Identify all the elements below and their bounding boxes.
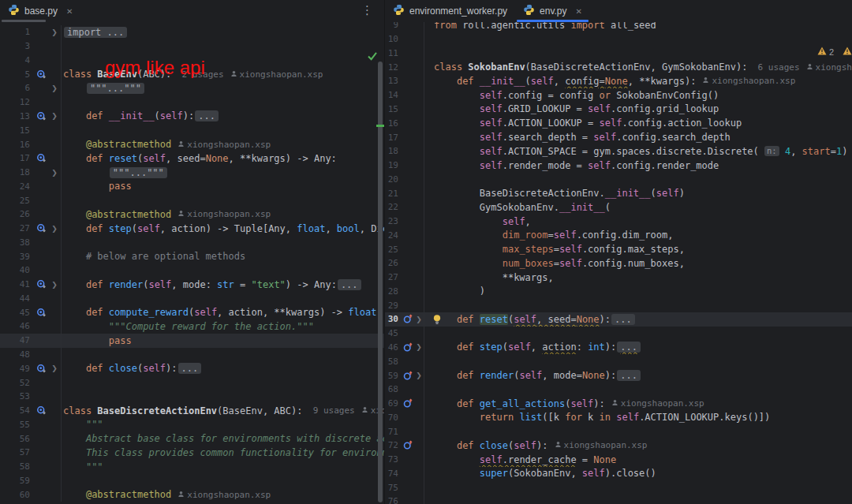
code-line-68[interactable]: 68 bbox=[385, 383, 852, 397]
kebab-menu-icon[interactable]: ⋮ bbox=[361, 3, 373, 17]
close-icon[interactable]: ✕ bbox=[576, 7, 582, 16]
code-line-38[interactable]: 38 bbox=[0, 235, 384, 249]
fold-chevron-icon[interactable]: ❯ bbox=[48, 112, 61, 120]
code-line-60[interactable]: 60 @abstractmethodxiongshaopan.xsp bbox=[0, 487, 384, 502]
fold-chevron-icon[interactable]: ❯ bbox=[48, 364, 61, 372]
code-line-12[interactable]: 12class SokobanEnv(BaseDiscreteActionEnv… bbox=[385, 60, 852, 74]
code-line-58[interactable]: 58 """ bbox=[0, 460, 384, 474]
code-line-24[interactable]: 24 dim_room=self.config.dim_room, bbox=[385, 228, 852, 242]
overrides-marker-icon[interactable] bbox=[402, 371, 414, 381]
close-icon[interactable]: ✕ bbox=[66, 7, 73, 16]
fold-chevron-icon[interactable]: ❯ bbox=[48, 28, 61, 36]
code-line-72[interactable]: 72 def close(self):xiongshaopan.xsp bbox=[385, 439, 852, 453]
code-line-45[interactable]: 45 def compute_reward(self, action, **kw… bbox=[0, 305, 384, 319]
implemented-marker-icon[interactable] bbox=[34, 153, 48, 163]
code-line-27[interactable]: 27❯ def step(self, action) -> Tuple[Any,… bbox=[0, 222, 384, 236]
code-line-71[interactable]: 71 bbox=[385, 424, 852, 439]
tab-env-py[interactable]: env.py ✕ bbox=[515, 0, 590, 22]
intention-bulb-icon[interactable] bbox=[432, 314, 442, 327]
code-line-15[interactable]: 15 self.GRID_LOOKUP = self.config.grid_l… bbox=[385, 103, 852, 117]
code-line-14[interactable]: 14 self.config = config or SokobanEnvCon… bbox=[385, 88, 852, 103]
code-line-18[interactable]: 18❯ """...""" bbox=[0, 166, 384, 180]
inspection-widget[interactable]: 2 1 bbox=[817, 47, 852, 57]
overrides-marker-icon[interactable] bbox=[402, 440, 414, 450]
implemented-marker-icon[interactable] bbox=[34, 308, 48, 318]
code-line-52[interactable]: 52 bbox=[0, 375, 384, 390]
code-line-46[interactable]: 46❯ def step(self, action: int):... bbox=[385, 341, 852, 355]
code-line-70[interactable]: 70 return list([k for k in self.ACTION_L… bbox=[385, 410, 852, 424]
code-line-56[interactable]: 56 Abstract base class for environments … bbox=[0, 431, 384, 446]
fold-chevron-icon[interactable]: ❯ bbox=[414, 343, 424, 351]
code-line-54[interactable]: 54class BaseDiscreteActionEnv(BaseEnv, A… bbox=[0, 404, 384, 418]
code-line-1[interactable]: 1❯import ... bbox=[0, 25, 384, 39]
code-line-75[interactable]: 75 bbox=[385, 480, 852, 495]
code-line-48[interactable]: 48 bbox=[0, 348, 384, 362]
code-line-23[interactable]: 23 self, bbox=[385, 215, 852, 229]
code-line-10[interactable]: 10 bbox=[385, 32, 852, 47]
code-line-58[interactable]: 58 bbox=[385, 354, 852, 368]
implemented-marker-icon[interactable] bbox=[34, 405, 48, 416]
tab-environment-worker-py[interactable]: environment_worker.py bbox=[385, 0, 515, 22]
code-line-20[interactable]: 20 bbox=[385, 172, 852, 186]
code-line-11[interactable]: 11 bbox=[385, 47, 852, 61]
inspections-ok-icon[interactable] bbox=[367, 50, 378, 65]
code-line-76[interactable]: 76 bbox=[385, 495, 852, 504]
implemented-marker-icon[interactable] bbox=[34, 223, 48, 233]
fold-chevron-icon[interactable]: ❯ bbox=[414, 315, 424, 323]
fold-chevron-icon[interactable]: ❯ bbox=[48, 84, 61, 92]
editor-left[interactable]: 1❯import ...345class BaseEnv(ABC): 2 usa… bbox=[0, 22, 384, 504]
overrides-marker-icon[interactable] bbox=[402, 342, 414, 353]
code-line-57[interactable]: 57 This class provides common functional… bbox=[0, 446, 384, 460]
fold-chevron-icon[interactable]: ❯ bbox=[414, 371, 424, 379]
code-line-16[interactable]: 16 self.ACTION_LOOKUP = self.config.acti… bbox=[385, 116, 852, 130]
implemented-marker-icon[interactable] bbox=[34, 364, 48, 374]
code-line-18[interactable]: 18 self.ACTION_SPACE = gym.spaces.discre… bbox=[385, 144, 852, 159]
code-line-27[interactable]: 27 **kwargs, bbox=[385, 271, 852, 285]
editor-right[interactable]: 9from roll.agentic.utils import all_seed… bbox=[385, 22, 852, 504]
fold-chevron-icon[interactable]: ❯ bbox=[48, 225, 61, 233]
code-line-4[interactable]: 4 bbox=[0, 54, 384, 68]
code-line-5[interactable]: 5class BaseEnv(ABC): 2 usagesxiongshaopa… bbox=[0, 67, 384, 81]
code-line-25[interactable]: 25 max_steps=self.config.max_steps, bbox=[385, 242, 852, 256]
code-line-6[interactable]: 6❯ """...""" bbox=[0, 81, 384, 95]
code-line-21[interactable]: 21 BaseDiscreteActionEnv.__init__(self) bbox=[385, 186, 852, 200]
code-line-13[interactable]: 13❯ def __init__(self):... bbox=[0, 110, 384, 124]
code-line-46[interactable]: 46 """Compute reward for the action.""" bbox=[0, 319, 384, 334]
implemented-marker-icon[interactable] bbox=[34, 69, 48, 80]
code-line-15[interactable]: 15 bbox=[0, 123, 384, 137]
code-line-30[interactable]: 30❯ def reset(self, seed=None):... bbox=[385, 312, 852, 327]
code-line-13[interactable]: 13 def __init__(self, config=None, **kwa… bbox=[385, 74, 852, 88]
code-line-73[interactable]: 73 self.render_cache = None bbox=[385, 453, 852, 467]
code-line-59[interactable]: 59❯ def render(self, mode=None):... bbox=[385, 368, 852, 383]
tab-base-py[interactable]: base.py ✕ bbox=[0, 0, 80, 22]
code-line-45[interactable]: 45 bbox=[385, 327, 852, 341]
fold-chevron-icon[interactable]: ❯ bbox=[48, 281, 61, 289]
code-line-16[interactable]: 16 @abstractmethodxiongshaopan.xsp bbox=[0, 137, 384, 151]
warning-badge[interactable]: 2 bbox=[817, 47, 834, 57]
code-line-3[interactable]: 3 bbox=[0, 39, 384, 54]
code-line-44[interactable]: 44 bbox=[0, 292, 384, 306]
code-line-29[interactable]: 29 bbox=[385, 298, 852, 312]
implemented-marker-icon[interactable] bbox=[34, 111, 48, 121]
code-line-26[interactable]: 26 @abstractmethodxiongshaopan.xsp bbox=[0, 207, 384, 222]
code-line-49[interactable]: 49❯ def close(self):... bbox=[0, 361, 384, 375]
implemented-marker-icon[interactable] bbox=[34, 279, 48, 289]
code-line-41[interactable]: 41❯ def render(self, mode: str = "text")… bbox=[0, 278, 384, 292]
code-line-53[interactable]: 53 bbox=[0, 390, 384, 404]
code-line-74[interactable]: 74 super(SokobanEnv, self).close() bbox=[385, 467, 852, 481]
code-line-40[interactable]: 40 bbox=[0, 263, 384, 278]
code-line-47[interactable]: 47 pass bbox=[0, 334, 384, 348]
warning-badge[interactable]: 1 bbox=[843, 47, 852, 57]
code-line-17[interactable]: 17 self.search_depth = self.config.searc… bbox=[385, 130, 852, 144]
code-line-17[interactable]: 17 def reset(self, seed=None, **kwargs) … bbox=[0, 151, 384, 166]
code-line-59[interactable]: 59 bbox=[0, 474, 384, 488]
code-line-28[interactable]: 28 ) bbox=[385, 285, 852, 299]
code-line-55[interactable]: 55 """ bbox=[0, 417, 384, 431]
overrides-marker-icon[interactable] bbox=[402, 314, 414, 324]
code-line-19[interactable]: 19 self.render_mode = self.config.render… bbox=[385, 159, 852, 173]
code-line-9[interactable]: 9from roll.agentic.utils import all_seed bbox=[385, 22, 852, 32]
code-line-69[interactable]: 69 def get_all_actions(self):xiongshaopa… bbox=[385, 397, 852, 411]
scrollbar-thumb[interactable] bbox=[378, 62, 383, 502]
code-line-12[interactable]: 12 bbox=[0, 95, 384, 110]
code-line-24[interactable]: 24 pass bbox=[0, 179, 384, 193]
